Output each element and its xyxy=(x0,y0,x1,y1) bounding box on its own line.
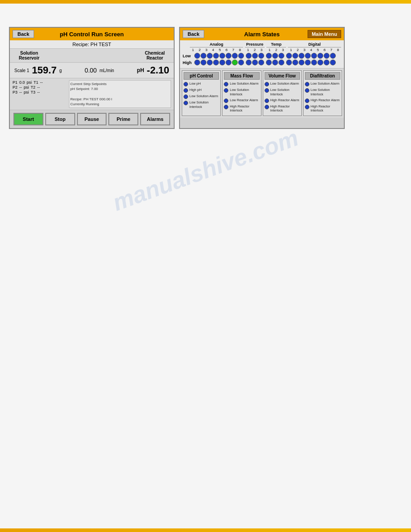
high-temp-1 xyxy=(266,60,272,65)
low-pressure-3 xyxy=(258,53,264,59)
alarm-section-3: DiafiltrationLow Solution AlarmLow Solut… xyxy=(303,70,342,116)
low-digital-2 xyxy=(292,53,298,59)
low-pressure-2 xyxy=(252,53,258,59)
alarm-item-0-3: Low Solution Interlock xyxy=(184,100,219,109)
alarm-item-text-2-2: High Reactor Alarm xyxy=(270,98,300,103)
high-pressure-1 xyxy=(246,60,252,65)
low-label: Low xyxy=(183,54,194,58)
alarm-item-1-1: Low Solution Interlock xyxy=(224,88,259,97)
analog-num-1: 1 xyxy=(190,48,196,52)
alarm-item-dot-0-2 xyxy=(184,94,188,99)
top-bar xyxy=(0,0,411,4)
action-buttons: Start Stop Pause Prime Alarms xyxy=(10,110,174,128)
pressure-label: Pressure xyxy=(245,42,265,47)
scale-unit: g xyxy=(59,68,62,73)
high-analog-2 xyxy=(201,60,206,65)
high-pressure-2 xyxy=(252,60,258,65)
solution-label: SolutionReservoir xyxy=(19,51,39,60)
chemical-label: ChemicalReactor xyxy=(145,51,165,60)
right-back-button[interactable]: Back xyxy=(183,30,204,38)
pressure-num-3: 3 xyxy=(258,48,265,52)
p1-val: 0.0 xyxy=(19,80,25,85)
high-analog-dots xyxy=(194,60,244,65)
digital-num-6: 6 xyxy=(321,48,328,52)
info-line-4: Recipe: PH TEST 000.00 l xyxy=(70,97,170,102)
alarm-item-dot-1-2 xyxy=(224,99,228,103)
left-panel-title: pH Control Run Screen xyxy=(60,31,124,38)
t2-id: T2 xyxy=(31,85,36,90)
analog-num-2: 2 xyxy=(197,48,203,52)
alarm-item-dot-2-0 xyxy=(265,82,269,86)
digital-num-4: 4 xyxy=(308,48,314,52)
low-digital-dots xyxy=(286,53,336,59)
info-line-3 xyxy=(70,91,170,96)
sensors-info: P1 0.0 psi T1 -- P2 -- psi T2 -- P3 -- p… xyxy=(10,78,174,110)
analog-label: Analog xyxy=(190,42,243,47)
analog-num-8: 8 xyxy=(237,48,243,52)
high-digital-7 xyxy=(324,60,330,65)
alarm-item-0-2: Low Solution Alarm xyxy=(184,94,219,99)
pressure-num-1: 1 xyxy=(245,48,251,52)
low-digital-6 xyxy=(317,53,323,59)
low-digital-1 xyxy=(286,53,292,59)
high-digital-dots xyxy=(286,60,336,65)
recipe-label: Recipe: PH TEST xyxy=(73,42,111,47)
alarm-item-2-1: Low Solution Interlock xyxy=(265,88,300,97)
sensor-p3: P3 -- psi T3 -- xyxy=(13,90,66,94)
low-alarm-row: Low xyxy=(183,53,341,59)
low-pressure-dots xyxy=(246,53,264,59)
low-temp-3 xyxy=(278,53,284,59)
main-menu-button[interactable]: Main Menu xyxy=(308,30,341,38)
alarm-item-text-0-2: Low Solution Alarm xyxy=(189,94,218,99)
high-analog-7 xyxy=(232,60,238,65)
low-analog-dots xyxy=(194,53,244,59)
high-analog-5 xyxy=(219,60,225,65)
alarms-button[interactable]: Alarms xyxy=(140,113,170,125)
digital-num-7: 7 xyxy=(328,48,334,52)
alarm-section-1: Mass FlowLow Solution AlarmLow Solution … xyxy=(222,70,261,116)
alarm-item-dot-3-0 xyxy=(305,82,309,86)
p3-unit: psi xyxy=(24,90,29,94)
pause-button[interactable]: Pause xyxy=(77,113,107,125)
alarm-item-0-1: High pH xyxy=(184,88,219,93)
low-digital-3 xyxy=(299,53,304,59)
low-digital-7 xyxy=(324,53,330,59)
p2-val: -- xyxy=(19,85,22,90)
low-digital-5 xyxy=(311,53,317,59)
t3-id: T3 xyxy=(31,90,36,94)
alarm-item-text-3-1: Low Solution Interlock xyxy=(311,88,340,97)
left-back-button[interactable]: Back xyxy=(13,30,34,38)
alarm-item-text-2-0: Low Solution Alarm xyxy=(270,82,299,86)
high-analog-8 xyxy=(238,60,244,65)
alarm-item-text-0-1: High pH xyxy=(189,88,201,92)
alarm-item-3-3: High Reactor Interlock xyxy=(305,104,340,113)
temp-num-3: 3 xyxy=(280,48,286,52)
low-analog-2 xyxy=(201,53,206,59)
alarm-section-2: Volume FlowLow Solution AlarmLow Solutio… xyxy=(263,70,302,116)
t1-id: T1 xyxy=(34,80,39,85)
low-analog-7 xyxy=(232,53,238,59)
stop-button[interactable]: Stop xyxy=(45,113,75,125)
low-temp-dots xyxy=(266,53,284,59)
alarm-section-title-2: Volume Flow xyxy=(265,72,300,80)
alarm-item-text-1-0: Low Solution Alarm xyxy=(230,82,258,86)
alarm-item-dot-3-3 xyxy=(305,105,309,109)
high-label: High xyxy=(183,60,194,65)
alarm-item-2-2: High Reactor Alarm xyxy=(265,98,300,103)
alarm-item-dot-1-3 xyxy=(224,105,228,109)
low-analog-3 xyxy=(207,53,213,59)
alarm-item-dot-1-1 xyxy=(224,88,228,93)
prime-button[interactable]: Prime xyxy=(108,113,138,125)
high-analog-3 xyxy=(207,60,213,65)
alarm-section-title-1: Mass Flow xyxy=(224,72,259,80)
alarm-item-1-3: High Reactor Interlock xyxy=(224,104,259,113)
p2-unit: psi xyxy=(24,85,29,90)
digital-label: Digital xyxy=(288,42,341,47)
low-pressure-1 xyxy=(246,53,252,59)
digital-num-3: 3 xyxy=(301,48,308,52)
low-analog-4 xyxy=(213,53,219,59)
high-analog-1 xyxy=(194,60,200,65)
solution-chemical-row: SolutionReservoir ChemicalReactor xyxy=(10,49,174,63)
start-button[interactable]: Start xyxy=(13,113,43,125)
alarm-item-text-3-2: High Reactor Alarm xyxy=(311,98,340,103)
